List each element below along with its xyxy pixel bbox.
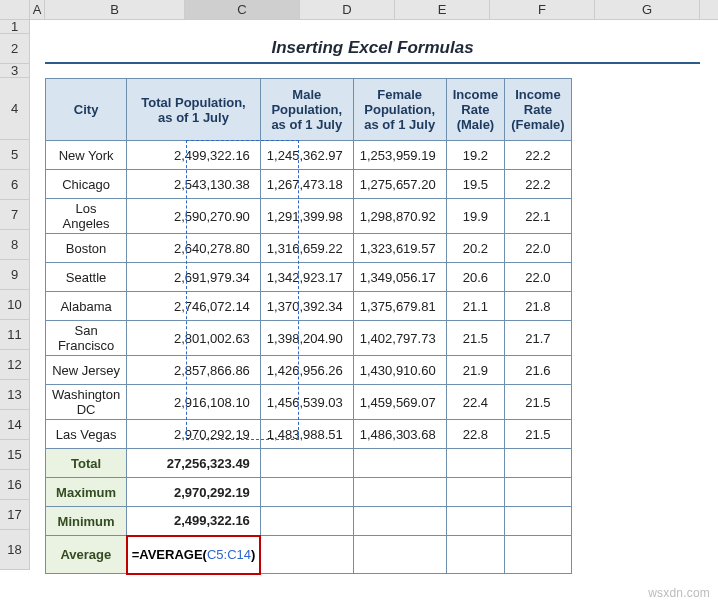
empty-cell[interactable] <box>260 507 353 536</box>
empty-cell[interactable] <box>353 536 446 574</box>
cell-female[interactable]: 1,459,569.07 <box>353 385 446 420</box>
cell-male[interactable]: 1,342,923.17 <box>260 263 353 292</box>
cell-female[interactable]: 1,253,959.19 <box>353 141 446 170</box>
cell-city[interactable]: New York <box>46 141 127 170</box>
cell-female[interactable]: 1,323,619.57 <box>353 234 446 263</box>
cell-male[interactable]: 1,456,539.03 <box>260 385 353 420</box>
row-header-15[interactable]: 15 <box>0 440 29 470</box>
row-header-16[interactable]: 16 <box>0 470 29 500</box>
select-all-corner[interactable] <box>0 0 30 19</box>
cell-rate-f[interactable]: 22.0 <box>505 263 571 292</box>
cell-rate-m[interactable]: 22.8 <box>446 420 505 449</box>
cell-rate-m[interactable]: 19.5 <box>446 170 505 199</box>
cell-male[interactable]: 1,267,473.18 <box>260 170 353 199</box>
col-header-F[interactable]: F <box>490 0 595 19</box>
cell-male[interactable]: 1,291,399.98 <box>260 199 353 234</box>
cell-male[interactable]: 1,426,956.26 <box>260 356 353 385</box>
col-header-A[interactable]: A <box>30 0 45 19</box>
cell-city[interactable]: Seattle <box>46 263 127 292</box>
cell-rate-f[interactable]: 21.6 <box>505 356 571 385</box>
empty-cell[interactable] <box>505 478 571 507</box>
cell-rate-m[interactable]: 22.4 <box>446 385 505 420</box>
summary-min-value[interactable]: 2,499,322.16 <box>127 507 261 536</box>
cell-total[interactable]: 2,640,278.80 <box>127 234 261 263</box>
cell-city[interactable]: Boston <box>46 234 127 263</box>
cell-rate-f[interactable]: 22.2 <box>505 141 571 170</box>
cell-rate-m[interactable]: 21.9 <box>446 356 505 385</box>
cell-rate-f[interactable]: 22.1 <box>505 199 571 234</box>
row-header-18[interactable]: 18 <box>0 530 29 570</box>
summary-label-avg[interactable]: Average <box>46 536 127 574</box>
cell-total[interactable]: 2,543,130.38 <box>127 170 261 199</box>
row-header-1[interactable]: 1 <box>0 20 29 34</box>
cell-female[interactable]: 1,486,303.68 <box>353 420 446 449</box>
row-header-11[interactable]: 11 <box>0 320 29 350</box>
empty-cell[interactable] <box>446 449 505 478</box>
cell-rate-f[interactable]: 21.7 <box>505 321 571 356</box>
col-header-C[interactable]: C <box>185 0 300 19</box>
cell-rate-f[interactable]: 21.5 <box>505 420 571 449</box>
cell-rate-f[interactable]: 22.0 <box>505 234 571 263</box>
cell-male[interactable]: 1,370,392.34 <box>260 292 353 321</box>
row-header-6[interactable]: 6 <box>0 170 29 200</box>
cell-female[interactable]: 1,298,870.92 <box>353 199 446 234</box>
empty-cell[interactable] <box>353 507 446 536</box>
cell-rate-m[interactable]: 19.9 <box>446 199 505 234</box>
empty-cell[interactable] <box>260 449 353 478</box>
cell-rate-m[interactable]: 21.1 <box>446 292 505 321</box>
empty-cell[interactable] <box>446 536 505 574</box>
cell-rate-m[interactable]: 19.2 <box>446 141 505 170</box>
cell-rate-f[interactable]: 21.8 <box>505 292 571 321</box>
row-header-17[interactable]: 17 <box>0 500 29 530</box>
col-female-pop[interactable]: Female Population, as of 1 July <box>353 79 446 141</box>
row-header-9[interactable]: 9 <box>0 260 29 290</box>
cell-total[interactable]: 2,857,866.86 <box>127 356 261 385</box>
cell-female[interactable]: 1,430,910.60 <box>353 356 446 385</box>
col-total-pop[interactable]: Total Population, as of 1 July <box>127 79 261 141</box>
row-header-12[interactable]: 12 <box>0 350 29 380</box>
cell-total[interactable]: 2,916,108.10 <box>127 385 261 420</box>
cell-rate-f[interactable]: 22.2 <box>505 170 571 199</box>
empty-cell[interactable] <box>353 449 446 478</box>
row-header-4[interactable]: 4 <box>0 78 29 140</box>
cell-rate-f[interactable]: 21.5 <box>505 385 571 420</box>
summary-label-max[interactable]: Maximum <box>46 478 127 507</box>
col-header-G[interactable]: G <box>595 0 700 19</box>
cell-city[interactable]: Alabama <box>46 292 127 321</box>
formula-editing-cell[interactable]: =AVERAGE(C5:C14) <box>127 536 261 574</box>
row-header-2[interactable]: 2 <box>0 34 29 64</box>
cell-total[interactable]: 2,691,979.34 <box>127 263 261 292</box>
summary-max-value[interactable]: 2,970,292.19 <box>127 478 261 507</box>
row-header-5[interactable]: 5 <box>0 140 29 170</box>
cell-city[interactable]: Chicago <box>46 170 127 199</box>
cell-female[interactable]: 1,275,657.20 <box>353 170 446 199</box>
empty-cell[interactable] <box>446 478 505 507</box>
empty-cell[interactable] <box>505 536 571 574</box>
cell-city[interactable]: Washington DC <box>46 385 127 420</box>
cell-male[interactable]: 1,245,362.97 <box>260 141 353 170</box>
col-header-E[interactable]: E <box>395 0 490 19</box>
cell-female[interactable]: 1,349,056.17 <box>353 263 446 292</box>
row-header-13[interactable]: 13 <box>0 380 29 410</box>
cell-total[interactable]: 2,590,270.90 <box>127 199 261 234</box>
cell-male[interactable]: 1,316,659.22 <box>260 234 353 263</box>
col-rate-female[interactable]: Income Rate (Female) <box>505 79 571 141</box>
cell-city[interactable]: San Francisco <box>46 321 127 356</box>
col-male-pop[interactable]: Male Population, as of 1 July <box>260 79 353 141</box>
summary-label-total[interactable]: Total <box>46 449 127 478</box>
cell-total[interactable]: 2,746,072.14 <box>127 292 261 321</box>
col-header-D[interactable]: D <box>300 0 395 19</box>
summary-label-min[interactable]: Minimum <box>46 507 127 536</box>
empty-cell[interactable] <box>260 536 353 574</box>
empty-cell[interactable] <box>505 507 571 536</box>
cell-female[interactable]: 1,402,797.73 <box>353 321 446 356</box>
cell-total[interactable]: 2,801,002.63 <box>127 321 261 356</box>
cell-city[interactable]: Las Vegas <box>46 420 127 449</box>
cell-female[interactable]: 1,375,679.81 <box>353 292 446 321</box>
empty-cell[interactable] <box>353 478 446 507</box>
empty-cell[interactable] <box>446 507 505 536</box>
summary-total-value[interactable]: 27,256,323.49 <box>127 449 261 478</box>
row-header-7[interactable]: 7 <box>0 200 29 230</box>
col-header-B[interactable]: B <box>45 0 185 19</box>
row-header-3[interactable]: 3 <box>0 64 29 78</box>
